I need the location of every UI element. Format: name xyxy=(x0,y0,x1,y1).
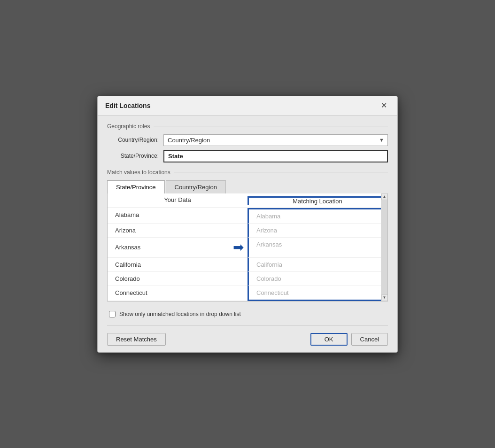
arrow-icon: ➡ xyxy=(233,241,244,254)
tabs-row: State/Province Country/Region xyxy=(107,180,388,193)
ok-button[interactable]: OK xyxy=(310,333,348,346)
geo-roles-label: Geographic roles xyxy=(107,123,388,130)
checkbox-label: Show only unmatched locations in drop do… xyxy=(119,311,241,317)
table-row-matching: Colorado xyxy=(248,272,387,286)
tab-state-province[interactable]: State/Province xyxy=(107,180,165,193)
close-button[interactable]: ✕ xyxy=(378,101,390,110)
table-row-matching: Connecticut xyxy=(248,286,387,301)
table-row: Arizona xyxy=(108,224,248,238)
reset-matches-button[interactable]: Reset Matches xyxy=(107,333,166,346)
table-row-arrow: Arkansas ➡ xyxy=(108,238,248,258)
edit-locations-dialog: Edit Locations ✕ Geographic roles Countr… xyxy=(97,96,398,353)
table-row: Connecticut xyxy=(108,286,248,301)
row-label: Arkansas xyxy=(115,244,233,251)
country-region-label: Country/Region: xyxy=(107,137,163,143)
country-region-select[interactable]: Country/Region xyxy=(163,134,388,146)
divider xyxy=(107,325,388,325)
country-region-row: Country/Region: Country/Region ▼ xyxy=(107,134,388,146)
table-row-matching: Arkansas xyxy=(248,238,387,258)
scroll-up-button[interactable]: ▲ xyxy=(381,193,388,200)
col-header-matching: Matching Location xyxy=(248,196,387,205)
table-row-matching: Alabama xyxy=(248,208,387,224)
state-province-row: State/Province: xyxy=(107,150,388,162)
checkbox-row: Show only unmatched locations in drop do… xyxy=(107,306,388,322)
dialog-title: Edit Locations xyxy=(105,102,150,109)
table-body: Alabama Alabama Arizona Arizona Arkansas… xyxy=(108,208,387,301)
unmatched-checkbox[interactable] xyxy=(109,311,116,317)
match-section-label: Match values to locations xyxy=(107,169,388,176)
table-row-matching: Arizona xyxy=(248,224,387,238)
scroll-track[interactable] xyxy=(381,200,387,294)
dialog-titlebar: Edit Locations ✕ xyxy=(98,96,397,116)
right-buttons: OK Cancel xyxy=(310,333,388,346)
dialog-body: Geographic roles Country/Region: Country… xyxy=(98,116,397,352)
footer-row: Reset Matches OK Cancel xyxy=(107,328,388,346)
table-row-matching: California xyxy=(248,258,387,272)
scrollbar[interactable]: ▲ ▼ xyxy=(381,193,387,301)
table-row: California xyxy=(108,258,248,272)
table-header: Your Data Matching Location xyxy=(108,193,387,208)
col-header-your-data: Your Data xyxy=(108,196,248,205)
table-row: Colorado xyxy=(108,272,248,286)
geo-roles-section: Geographic roles Country/Region: Country… xyxy=(107,123,388,162)
country-region-select-wrapper: Country/Region ▼ xyxy=(163,134,388,146)
match-table: Your Data Matching Location Alabama Alab… xyxy=(107,193,388,301)
tab-country-region[interactable]: Country/Region xyxy=(166,180,226,193)
table-row: Alabama xyxy=(108,208,248,224)
state-province-input[interactable] xyxy=(163,150,388,162)
state-province-label: State/Province: xyxy=(107,153,163,159)
cancel-button[interactable]: Cancel xyxy=(351,333,388,346)
match-values-section: Match values to locations State/Province… xyxy=(107,169,388,301)
scroll-down-button[interactable]: ▼ xyxy=(381,294,388,301)
